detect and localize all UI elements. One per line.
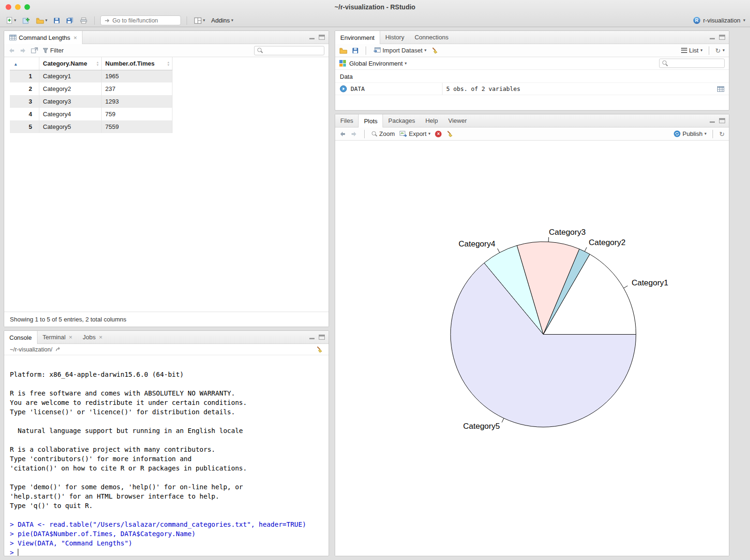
tab-plots[interactable]: Plots [358,114,383,127]
tab-terminal[interactable]: Terminal × [38,331,78,343]
tab-console[interactable]: Console [4,331,38,344]
open-in-new-window-icon[interactable] [31,47,38,53]
console-path-bar: ~/r-visualization/ [4,344,329,355]
console-line: R is a collaborative project with many c… [10,445,323,454]
minimize-pane-icon[interactable] [709,35,715,40]
table-row[interactable]: 5Category57559 [10,120,172,133]
minimize-pane-icon[interactable] [309,335,315,340]
tab-packages[interactable]: Packages [383,114,420,127]
back-icon[interactable] [8,48,15,53]
zoom-window-button[interactable] [24,4,30,10]
tab-environment[interactable]: Environment [335,31,380,44]
list-view-button[interactable]: List ▾ [681,47,703,54]
refresh-environment-button[interactable]: ↻ ▾ [715,47,725,54]
maximize-pane-icon[interactable] [319,335,325,340]
chevron-down-icon: ▾ [405,61,407,66]
environment-search-input[interactable] [670,60,721,67]
goto-file-box[interactable] [100,15,181,25]
clear-environment-button[interactable] [431,47,438,54]
table-cell-name: Category3 [39,95,101,108]
maximize-pane-icon[interactable] [719,118,725,123]
refresh-icon: ↻ [715,47,721,54]
tab-viewer[interactable]: Viewer [443,114,472,127]
save-all-button[interactable] [65,16,75,24]
object-summary: 5 obs. of 2 variables [442,83,717,95]
text-cursor [18,549,18,556]
save-button[interactable] [52,17,61,24]
goto-directory-icon[interactable] [56,347,62,352]
column-header-category-name[interactable]: Category.Name ▲▼ [39,57,101,70]
close-window-button[interactable] [6,4,11,10]
data-table: ▲ Category.Name ▲▼ Number.of.Times ▲▼ 1C… [10,57,172,133]
pie-label-line [548,237,549,242]
clear-all-plots-button[interactable] [446,130,453,137]
save-workspace-icon[interactable] [352,47,359,54]
column-header-number-of-times[interactable]: Number.of.Times ▲▼ [101,57,172,70]
clear-console-button[interactable] [316,346,323,353]
window-chrome: ~/r-visualization - RStudio ▾ ▾ [0,0,750,27]
load-workspace-icon[interactable] [339,47,347,54]
minimize-pane-icon[interactable] [309,35,315,40]
print-button[interactable] [79,17,89,24]
new-file-button[interactable]: ▾ [5,16,18,24]
view-data-button[interactable] [717,86,724,92]
environment-object-row[interactable]: DATA 5 obs. of 2 variables [335,82,729,95]
close-icon[interactable]: × [99,334,103,341]
pie-label-line [502,418,504,423]
remove-plot-button[interactable]: × [435,131,442,137]
tab-history[interactable]: History [380,31,409,44]
table-cell-num: 2 [10,82,39,95]
plots-toolbar: Zoom Export ▾ × Publish ▾ ↻ [335,127,729,141]
minimize-pane-icon[interactable] [709,118,715,123]
maximize-pane-icon[interactable] [719,35,725,40]
open-file-button[interactable]: ▾ [35,17,49,24]
console-line: Type 'contributors()' for more informati… [10,454,323,463]
project-menu-button[interactable]: R r-visualization ▾ [693,17,745,24]
close-icon[interactable]: × [69,334,73,341]
table-row[interactable]: 4Category4759 [10,108,172,120]
zoom-button[interactable]: Zoom [372,130,395,137]
next-plot-icon[interactable] [351,131,357,137]
table-cell-times: 237 [101,82,172,95]
new-project-button[interactable] [21,16,31,24]
previous-plot-icon[interactable] [339,131,346,137]
open-folder-icon [36,17,44,24]
tab-connections[interactable]: Connections [409,31,453,44]
environment-search-box[interactable] [659,59,725,68]
tab-files[interactable]: Files [335,114,358,127]
table-cell-times: 1965 [101,70,172,82]
traffic-lights [6,4,30,10]
close-icon[interactable]: × [74,34,77,41]
environment-scope-selector[interactable]: Global Environment ▾ [349,60,407,67]
viewer-search-input[interactable] [265,47,321,54]
console-line: > [10,548,323,556]
tab-command-lengths[interactable]: Command Lengths × [4,31,82,44]
import-dataset-button[interactable]: Import Dataset ▾ [373,47,427,54]
console-line [10,379,323,388]
table-row[interactable]: 1Category11965 [10,70,172,82]
zoom-icon [372,131,377,137]
console-output[interactable]: Platform: x86_64-apple-darwin15.6.0 (64-… [4,355,329,556]
goto-file-input[interactable] [112,17,177,24]
console-line: Type 'demo()' for some demos, 'help()' f… [10,482,323,492]
table-row[interactable]: 2Category2237 [10,82,172,95]
table-row[interactable]: 3Category31293 [10,95,172,108]
maximize-pane-icon[interactable] [319,35,325,40]
toolbar-separator [94,16,95,25]
viewer-search-box[interactable] [254,46,324,55]
console-lines: Platform: x86_64-apple-darwin15.6.0 (64-… [10,370,323,556]
pane-window-buttons [309,335,325,340]
tab-jobs[interactable]: Jobs × [77,331,107,343]
tab-help[interactable]: Help [420,114,443,127]
refresh-plot-icon[interactable]: ↻ [719,131,725,137]
export-button[interactable]: Export ▾ [399,130,430,137]
filter-button[interactable]: Filter [43,47,64,54]
forward-icon[interactable] [20,48,26,53]
toolbar-separator [709,46,709,55]
column-header-rownum[interactable]: ▲ [10,57,39,70]
expand-object-icon[interactable] [340,85,347,92]
publish-button[interactable]: Publish ▾ [674,130,706,137]
minimize-window-button[interactable] [15,4,21,10]
addins-button[interactable]: Addins ▾ [210,16,235,24]
pane-layout-button[interactable]: ▾ [193,17,207,24]
